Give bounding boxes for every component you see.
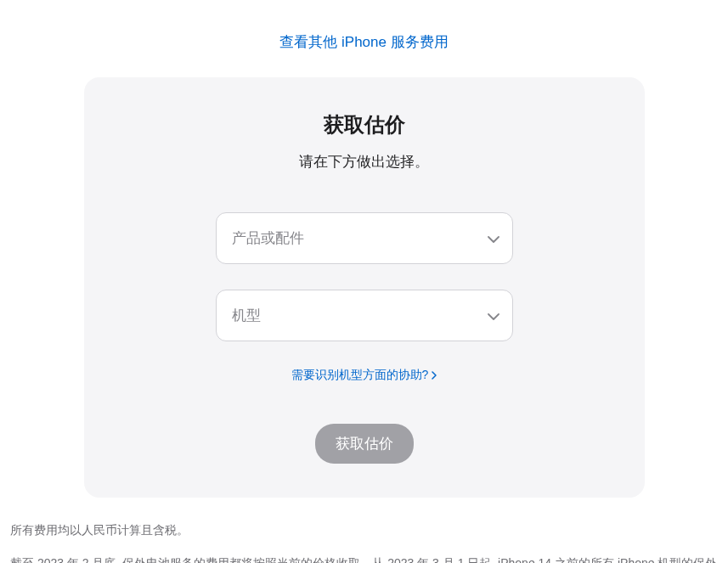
model-select[interactable]: 机型 (216, 290, 513, 341)
top-link-container: 查看其他 iPhone 服务费用 (0, 0, 728, 77)
identify-model-help-link[interactable]: 需要识别机型方面的协助? (291, 368, 437, 383)
product-select-wrapper: 产品或配件 (216, 212, 513, 264)
get-estimate-button[interactable]: 获取估价 (315, 424, 414, 464)
chevron-right-icon (432, 369, 437, 382)
help-link-text: 需要识别机型方面的协助? (291, 368, 429, 383)
estimate-card: 获取估价 请在下方做出选择。 产品或配件 机型 需要识别机型方面的协助? 获取估… (84, 77, 645, 498)
footer-line-2: 截至 2023 年 2 月底, 保外电池服务的费用都将按照当前的价格收取。从 2… (10, 553, 718, 563)
card-title: 获取估价 (135, 111, 594, 138)
model-select-wrapper: 机型 (216, 290, 513, 341)
other-iphone-fees-link[interactable]: 查看其他 iPhone 服务费用 (279, 34, 448, 50)
footer-line-1: 所有费用均以人民币计算且含税。 (10, 520, 718, 541)
footer-line-2-pre: 截至 2023 年 2 月底, 保外电池服务的费用都将按照当前的价格收取。从 2… (10, 556, 717, 563)
card-subtitle: 请在下方做出选择。 (135, 152, 594, 172)
footer-notes: 所有费用均以人民币计算且含税。 截至 2023 年 2 月底, 保外电池服务的费… (0, 498, 728, 563)
product-select[interactable]: 产品或配件 (216, 212, 513, 264)
